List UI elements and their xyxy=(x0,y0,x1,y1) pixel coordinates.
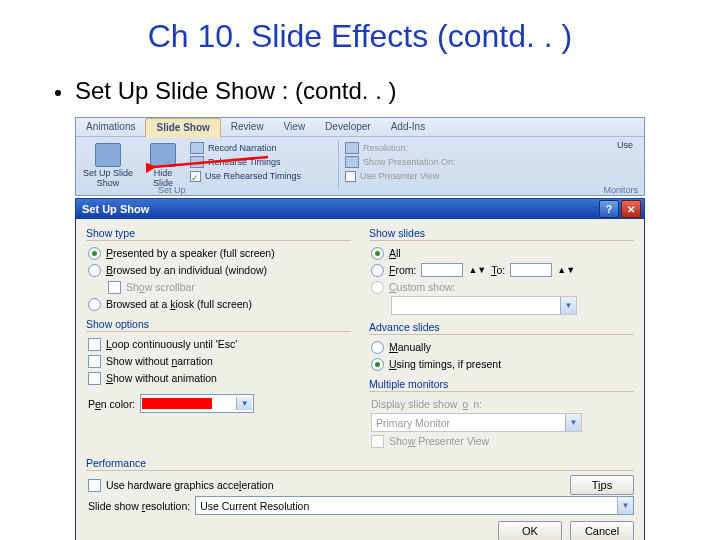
ribbon-tabs: Animations Slide Show Review View Develo… xyxy=(76,118,644,137)
group-label-setup: Set Up xyxy=(158,185,186,195)
manually-label: Manually xyxy=(389,339,431,355)
radio-presented-speaker[interactable]: Presented by a speaker (full screen) xyxy=(88,245,351,261)
radio-icon xyxy=(88,298,101,311)
resolution-label: Resolution: xyxy=(363,142,408,154)
check-show-scrollbar: Show scrollbar xyxy=(108,279,351,295)
present-on-label: Show Presentation On: xyxy=(363,156,456,168)
radio-browsed-kiosk[interactable]: Browsed at a kiosk (full screen) xyxy=(88,296,351,312)
dialog-title: Set Up Show xyxy=(82,203,149,215)
bullet-set-up-slide-show: Set Up Slide Show : (contd. . ) xyxy=(55,77,665,105)
checkbox-icon xyxy=(371,435,384,448)
chevron-down-icon: ▼ xyxy=(617,497,633,514)
custom-show-label: Custom show: xyxy=(389,279,456,295)
pen-color-swatch xyxy=(142,398,212,409)
radio-manually[interactable]: Manually xyxy=(371,339,634,355)
tab-view[interactable]: View xyxy=(274,118,316,136)
rehearse-timings-label: Rehearse Timings xyxy=(208,156,281,168)
browsed-individual-label: Browsed by an individual (window) xyxy=(106,262,267,278)
tips-label: Tips xyxy=(592,479,612,491)
checkbox-icon: ✓ xyxy=(190,171,201,182)
radio-icon xyxy=(371,341,384,354)
record-narration-label: Record Narration xyxy=(208,142,277,154)
resolution-row: Resolution: xyxy=(345,142,495,154)
presenter-view-option: Use Presenter View xyxy=(345,170,495,182)
radio-custom-show: Custom show: xyxy=(371,279,634,295)
rehearse-timings-button[interactable]: Rehearse Timings xyxy=(190,156,332,168)
clock-icon xyxy=(190,156,204,168)
close-button[interactable]: ✕ xyxy=(621,200,641,218)
hide-slide-icon xyxy=(150,143,176,167)
record-narration-button[interactable]: Record Narration xyxy=(190,142,332,154)
radio-browsed-individual[interactable]: Browsed by an individual (window) xyxy=(88,262,351,278)
loop-label: Loop continuously until 'Esc' xyxy=(106,336,237,352)
display-on-label: Display slide show on: xyxy=(371,396,634,412)
set-up-show-dialog: Set Up Show ? ✕ Show type Presented by a… xyxy=(75,198,645,540)
resolution-label: Slide show resolution: xyxy=(88,498,190,514)
ok-button[interactable]: OK xyxy=(498,521,562,540)
group-show-type: Show type xyxy=(86,227,351,241)
checkbox-icon xyxy=(88,338,101,351)
group-multiple-monitors: Multiple monitors xyxy=(369,378,634,392)
hw-accel-label: Use hardware graphics acceleration xyxy=(106,477,274,493)
pen-color-label: Pen color: xyxy=(88,396,135,412)
chevron-down-icon: ▼ xyxy=(560,297,576,314)
check-hw-accel[interactable] xyxy=(88,479,101,492)
tab-review[interactable]: Review xyxy=(221,118,274,136)
from-label: From: xyxy=(389,262,416,278)
to-label: To: xyxy=(491,262,505,278)
check-loop[interactable]: Loop continuously until 'Esc' xyxy=(88,336,351,352)
slide-title: Ch 10. Slide Effects (contd. . ) xyxy=(55,18,665,55)
set-up-slide-show-button[interactable]: Set Up Slide Show xyxy=(80,140,136,192)
pen-color-picker[interactable]: ▼ xyxy=(140,394,254,413)
checkbox-icon xyxy=(108,281,121,294)
mic-icon xyxy=(190,142,204,154)
resolution-combo[interactable]: Use Current Resolution▼ xyxy=(195,496,634,515)
using-timings-label: Using timings, if present xyxy=(389,356,501,372)
projector-icon xyxy=(95,143,121,167)
set-up-slide-show-label: Set Up Slide Show xyxy=(83,168,133,188)
embedded-screenshot: Animations Slide Show Review View Develo… xyxy=(75,117,645,540)
all-label: All xyxy=(389,245,401,261)
row-from-to: From: ▲▼ To: ▲▼ xyxy=(371,262,634,278)
tips-button[interactable]: Tips xyxy=(570,475,634,495)
group-show-options: Show options xyxy=(86,318,351,332)
radio-all[interactable]: All xyxy=(371,245,634,261)
help-button[interactable]: ? xyxy=(599,200,619,218)
cancel-button[interactable]: Cancel xyxy=(570,521,634,540)
radio-icon xyxy=(371,358,384,371)
from-input[interactable] xyxy=(421,263,463,277)
radio-icon xyxy=(371,281,384,294)
radio-using-timings[interactable]: Using timings, if present xyxy=(371,356,634,372)
to-input[interactable] xyxy=(510,263,552,277)
group-advance-slides: Advance slides xyxy=(369,321,634,335)
chevron-down-icon: ▼ xyxy=(236,397,252,410)
radio-icon xyxy=(88,264,101,277)
dialog-titlebar: Set Up Show ? ✕ xyxy=(76,199,644,219)
group-show-slides: Show slides xyxy=(369,227,634,241)
checkbox-icon xyxy=(88,372,101,385)
tab-animations[interactable]: Animations xyxy=(76,118,145,136)
radio-from[interactable] xyxy=(371,264,384,277)
check-without-animation[interactable]: Show without animation xyxy=(88,370,351,386)
use-rehearsed-label: Use Rehearsed Timings xyxy=(205,170,301,182)
tab-slide-show[interactable]: Slide Show xyxy=(145,118,220,138)
chevron-down-icon: ▼ xyxy=(565,414,581,431)
group-performance: Performance xyxy=(86,457,634,471)
without-narration-label: Show without narration xyxy=(106,353,213,369)
browsed-kiosk-label: Browsed at a kiosk (full screen) xyxy=(106,296,252,312)
tab-developer[interactable]: Developer xyxy=(315,118,381,136)
display-on-combo: Primary Monitor▼ xyxy=(371,413,582,432)
show-scrollbar-label: Show scrollbar xyxy=(126,279,195,295)
group-label-monitors: Monitors xyxy=(603,185,638,195)
use-rehearsed-option[interactable]: ✓Use Rehearsed Timings xyxy=(190,170,332,182)
custom-show-combo: ▼ xyxy=(391,296,577,315)
bullet-dot-icon xyxy=(55,90,61,96)
checkbox-icon xyxy=(88,355,101,368)
tab-add-ins[interactable]: Add-Ins xyxy=(381,118,435,136)
monitor-icon xyxy=(345,142,359,154)
monitor-icon xyxy=(345,156,359,168)
presenter-view-label: Use Presenter View xyxy=(360,170,439,182)
radio-icon xyxy=(371,247,384,260)
bullet-text: Set Up Slide Show : (contd. . ) xyxy=(75,77,396,104)
check-without-narration[interactable]: Show without narration xyxy=(88,353,351,369)
